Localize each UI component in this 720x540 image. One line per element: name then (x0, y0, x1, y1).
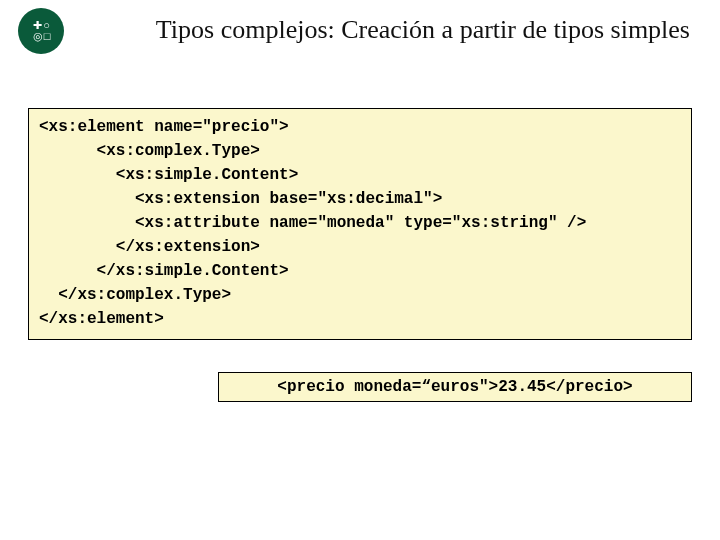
slide: Tipos complejos: Creación a partir de ti… (0, 0, 720, 540)
institution-logo (18, 8, 64, 54)
page-title: Tipos complejos: Creación a partir de ti… (95, 14, 690, 46)
logo-glyphs (33, 20, 50, 42)
xsd-code-block: <xs:element name="precio"> <xs:complex.T… (28, 108, 692, 340)
xml-example-block: <precio moneda=“euros">23.45</precio> (218, 372, 692, 402)
